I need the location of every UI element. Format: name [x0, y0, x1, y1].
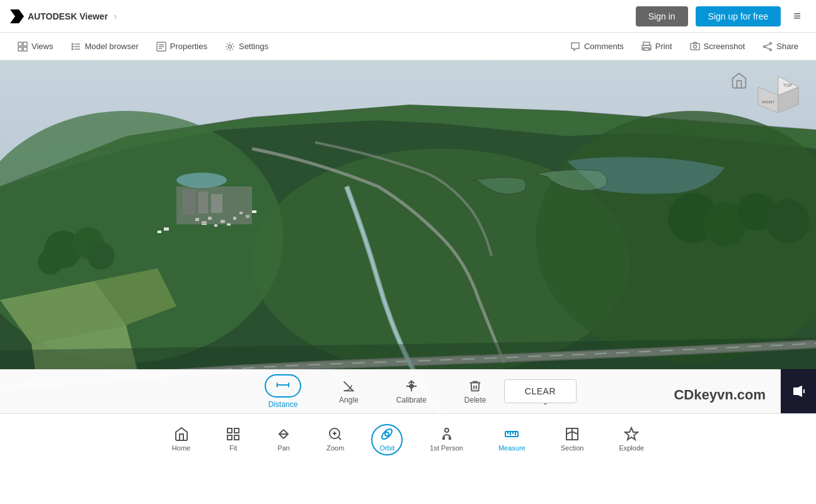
svg-point-15: [228, 45, 231, 48]
home-icon: [174, 427, 189, 442]
svg-point-53: [38, 249, 63, 275]
toolbar-print[interactable]: Print: [634, 38, 680, 55]
svg-point-58: [766, 199, 810, 243]
calibrate-icon: [405, 379, 418, 393]
svg-marker-0: [10, 9, 24, 23]
pan-icon: [276, 427, 291, 442]
svg-rect-18: [691, 43, 699, 50]
toolbar-model-browser[interactable]: Model browser: [63, 38, 146, 55]
share-icon: [762, 42, 773, 52]
top-header: AUTODESK Viewer › Sign in Sign up for fr…: [0, 0, 816, 33]
nav-home[interactable]: Home: [154, 421, 208, 457]
svg-rect-74: [234, 435, 239, 440]
svg-rect-72: [234, 428, 239, 433]
measure-angle-button[interactable]: Angle: [320, 374, 377, 410]
properties-icon: [156, 42, 166, 52]
bottom-navigation: Home Fit Pan Zoom Orbit: [0, 413, 816, 464]
svg-rect-49: [211, 194, 222, 213]
print-icon: [641, 42, 652, 52]
delete-icon: [468, 379, 482, 393]
watermark-text: CDkeyvn.com: [674, 387, 766, 403]
svg-point-20: [770, 42, 772, 44]
svg-point-22: [764, 45, 766, 47]
fit-icon: [226, 427, 241, 442]
toolbar-views[interactable]: Views: [10, 38, 60, 55]
nav-orbit[interactable]: Orbit: [362, 421, 412, 457]
autodesk-logo[interactable]: AUTODESK Viewer ›: [10, 9, 117, 23]
navigation-cube[interactable]: TOP FRONT: [753, 73, 803, 123]
svg-text:TOP: TOP: [783, 83, 793, 88]
3d-home-icon[interactable]: [730, 72, 748, 93]
model-browser-icon: [71, 42, 81, 52]
comments-icon: [570, 42, 580, 52]
megaphone-icon: [791, 384, 806, 399]
svg-line-23: [766, 43, 770, 46]
svg-point-5: [72, 43, 73, 45]
hamburger-menu-icon[interactable]: ≡: [788, 6, 806, 26]
explode-icon: [624, 427, 639, 442]
main-toolbar: Views Model browser Properties Settings: [0, 33, 816, 60]
svg-line-24: [766, 47, 770, 49]
svg-text:FRONT: FRONT: [762, 100, 775, 104]
svg-rect-3: [18, 47, 22, 51]
first-person-icon: [439, 427, 454, 442]
measure-distance-button[interactable]: Distance: [246, 369, 320, 413]
header-actions: Sign in Sign up for free ≡: [636, 6, 806, 26]
svg-marker-91: [625, 428, 638, 440]
measure-delete-button[interactable]: Delete: [445, 374, 505, 410]
orbit-icon: [379, 427, 394, 442]
3d-viewport[interactable]: TOP FRONT Distance: [0, 60, 816, 413]
toolbar-share[interactable]: Share: [755, 38, 806, 55]
nav-section[interactable]: Section: [543, 421, 602, 457]
toolbar-settings[interactable]: Settings: [217, 38, 276, 55]
sign-up-button[interactable]: Sign up for free: [696, 6, 781, 26]
toolbar-comments[interactable]: Comments: [563, 38, 631, 55]
section-icon: [565, 427, 580, 442]
svg-point-80: [381, 427, 394, 440]
svg-rect-1: [18, 42, 22, 46]
distance-icon: [276, 378, 290, 392]
toolbar-screenshot[interactable]: Screenshot: [682, 38, 753, 55]
zoom-icon: [328, 427, 343, 442]
autodesk-logo-mark: [10, 9, 24, 23]
svg-rect-45: [252, 210, 256, 213]
svg-rect-37: [214, 224, 217, 227]
svg-point-9: [72, 49, 73, 50]
nav-zoom[interactable]: Zoom: [309, 421, 362, 457]
svg-rect-42: [164, 227, 169, 231]
svg-rect-2: [23, 42, 27, 46]
nav-explode[interactable]: Explode: [601, 421, 662, 457]
svg-point-81: [445, 428, 449, 432]
views-icon: [18, 42, 28, 52]
breadcrumb-arrow: ›: [114, 12, 117, 21]
svg-point-50: [176, 173, 227, 188]
settings-icon: [225, 42, 235, 52]
svg-rect-4: [23, 47, 27, 51]
svg-point-19: [693, 45, 696, 48]
clear-button[interactable]: CLEAR: [504, 379, 577, 403]
logo-text: AUTODESK Viewer: [28, 11, 108, 21]
svg-rect-47: [183, 190, 195, 215]
sign-in-button[interactable]: Sign in: [636, 6, 688, 26]
screenshot-icon: [690, 42, 700, 52]
svg-point-21: [770, 49, 772, 50]
svg-rect-41: [158, 231, 161, 233]
toolbar-properties[interactable]: Properties: [149, 38, 215, 55]
svg-rect-48: [198, 192, 208, 214]
svg-point-79: [385, 432, 389, 436]
measure-calibrate-button[interactable]: Calibrate: [377, 374, 445, 410]
angle-icon: [342, 379, 355, 393]
svg-point-7: [72, 46, 73, 47]
nav-measure[interactable]: Measure: [481, 421, 543, 457]
nav-1st-person[interactable]: 1st Person: [412, 421, 481, 457]
svg-point-54: [87, 242, 115, 270]
svg-rect-17: [644, 48, 649, 50]
svg-rect-73: [227, 435, 232, 440]
nav-pan[interactable]: Pan: [258, 421, 309, 457]
nav-fit[interactable]: Fit: [208, 421, 258, 457]
terrain-visualization: [0, 60, 816, 413]
svg-line-76: [338, 437, 341, 439]
measure-icon: [504, 427, 519, 442]
measure-toolbar: Distance Angle Calibrate: [0, 369, 816, 413]
megaphone-button[interactable]: [781, 369, 816, 413]
